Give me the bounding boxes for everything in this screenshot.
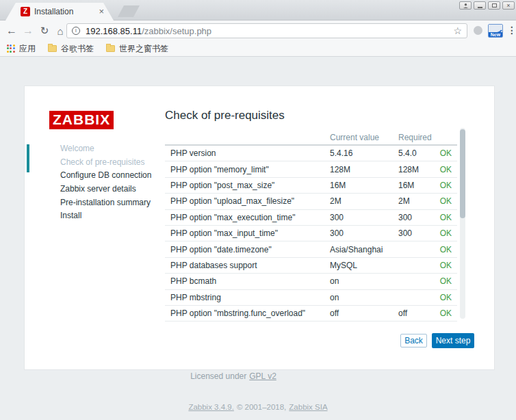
status-ok: OK bbox=[440, 245, 452, 254]
current-value: on bbox=[330, 293, 339, 302]
tab-title: Installation bbox=[34, 7, 94, 16]
prereq-name: PHP option "memory_limit" bbox=[170, 165, 269, 174]
back-button[interactable]: Back bbox=[400, 334, 427, 347]
apps-grid-icon bbox=[7, 44, 15, 53]
prereq-name: PHP mbstring bbox=[170, 293, 221, 302]
setup-step-pre-installation-summary: Pre-installation summary bbox=[60, 196, 151, 210]
prereq-name: PHP databases support bbox=[170, 261, 257, 270]
url-text: 192.168.85.11/zabbix/setup.php bbox=[86, 26, 211, 36]
zabbix-logo: ZABBIX bbox=[49, 111, 114, 129]
current-value: 16M bbox=[330, 181, 346, 190]
status-ok: OK bbox=[440, 213, 452, 222]
minimize-icon bbox=[478, 7, 482, 8]
prereq-name: PHP option "date.timezone" bbox=[170, 245, 272, 254]
current-value: MySQL bbox=[330, 261, 357, 270]
status-ok: OK bbox=[440, 148, 452, 158]
table-scrollbar[interactable] bbox=[460, 128, 465, 319]
setup-step-zabbix-server-details: Zabbix server details bbox=[60, 183, 151, 196]
new-extension-logo bbox=[489, 25, 502, 32]
prereq-name: PHP bcmath bbox=[170, 276, 216, 286]
required-value: 300 bbox=[398, 228, 412, 238]
required-value: 5.4.0 bbox=[398, 148, 417, 158]
bookmark-item[interactable]: 世界之窗书签 bbox=[106, 43, 168, 55]
setup-page: ZABBIX WelcomeCheck of pre-requisitesCon… bbox=[0, 57, 516, 420]
prereq-table: Current value Required PHP version5.4.16… bbox=[165, 131, 457, 321]
prereq-name: PHP option "max_execution_time" bbox=[170, 213, 295, 222]
browser-menu-icon[interactable]: ⋮ bbox=[507, 25, 516, 36]
required-value: 128M bbox=[398, 165, 419, 174]
new-tab-button[interactable] bbox=[118, 5, 140, 17]
minimize-button[interactable] bbox=[474, 1, 486, 10]
prereq-row: PHP option "memory_limit"128M128MOK bbox=[165, 161, 457, 177]
status-ok: OK bbox=[440, 261, 452, 270]
url-host: 192.168.85.11 bbox=[86, 26, 142, 36]
bookmarks-bar: 应用谷歌书签世界之窗书签 bbox=[0, 41, 516, 57]
prereq-row: PHP bcmathonOK bbox=[165, 274, 457, 289]
folder-icon bbox=[106, 45, 115, 52]
zabbix-favicon-icon: Z bbox=[21, 7, 30, 16]
prereq-name: PHP option "upload_max_filesize" bbox=[170, 196, 294, 206]
profile-button[interactable] bbox=[459, 1, 472, 10]
maximize-button[interactable] bbox=[488, 1, 500, 10]
folder-icon bbox=[48, 45, 57, 52]
zabbix-sia-link[interactable]: Zabbix SIA bbox=[289, 403, 327, 411]
prereq-row: PHP option "max_execution_time"300300OK bbox=[165, 210, 457, 226]
prereq-name: PHP option "mbstring.func_overload" bbox=[170, 309, 305, 318]
bookmark-item[interactable]: 谷歌书签 bbox=[48, 43, 94, 55]
close-window-button[interactable]: × bbox=[502, 1, 515, 10]
status-ok: OK bbox=[440, 293, 452, 302]
setup-card: ZABBIX WelcomeCheck of pre-requisitesCon… bbox=[25, 86, 494, 369]
window-controls: × bbox=[459, 1, 515, 10]
new-extension-icon[interactable]: New bbox=[488, 24, 503, 38]
prereq-row: PHP option "post_max_size"16M16MOK bbox=[165, 178, 457, 194]
required-value: 16M bbox=[398, 181, 414, 190]
prereq-name: PHP option "post_max_size" bbox=[170, 181, 274, 190]
col-required: Required bbox=[398, 133, 432, 142]
current-value: on bbox=[330, 276, 339, 286]
home-icon[interactable]: ⌂ bbox=[53, 21, 68, 41]
close-icon: × bbox=[506, 2, 510, 9]
browser-tab[interactable]: Z Installation × bbox=[5, 3, 114, 21]
forward-icon[interactable]: → bbox=[21, 21, 36, 41]
gpl-link[interactable]: GPL v2 bbox=[249, 371, 276, 381]
browser-titlebar: Z Installation × × bbox=[0, 0, 516, 21]
status-ok: OK bbox=[440, 228, 452, 238]
bookmark-star-icon[interactable]: ☆ bbox=[453, 25, 462, 36]
address-bar[interactable]: i 192.168.85.11/zabbix/setup.php ☆ bbox=[66, 23, 467, 38]
prereq-row: PHP option "mbstring.func_overload"offof… bbox=[165, 306, 457, 321]
prereq-table-body: PHP version5.4.165.4.0OKPHP option "memo… bbox=[165, 146, 457, 321]
back-icon[interactable]: ← bbox=[4, 21, 19, 41]
current-value: 300 bbox=[330, 228, 344, 238]
setup-step-configure-db-connection: Configure DB connection bbox=[60, 169, 151, 183]
status-ok: OK bbox=[440, 181, 452, 190]
status-ok: OK bbox=[440, 276, 452, 286]
reload-icon[interactable]: ↻ bbox=[37, 21, 52, 41]
prereq-name: PHP version bbox=[170, 148, 216, 158]
license-line: Licensed underGPL v2 bbox=[0, 371, 491, 381]
version-footer: Zabbix 3.4.9.© 2001–2018,Zabbix SIA bbox=[0, 403, 516, 411]
status-ok: OK bbox=[440, 309, 452, 318]
zabbix-version-link[interactable]: Zabbix 3.4.9. bbox=[188, 403, 233, 411]
prereq-name: PHP option "max_input_time" bbox=[170, 228, 278, 238]
current-value: off bbox=[330, 309, 339, 318]
maximize-icon bbox=[492, 3, 497, 8]
bookmark-item[interactable]: 应用 bbox=[7, 43, 36, 55]
page-title: Check of pre-requisites bbox=[165, 109, 285, 122]
col-current-value: Current value bbox=[330, 133, 379, 142]
url-path: /zabbix/setup.php bbox=[142, 26, 211, 36]
extension-icon[interactable] bbox=[474, 26, 482, 35]
page-info-icon[interactable]: i bbox=[72, 27, 80, 35]
setup-step-install: Install bbox=[60, 209, 151, 223]
tab-close-icon[interactable]: × bbox=[99, 7, 104, 16]
required-value: 2M bbox=[398, 196, 410, 206]
next-step-button[interactable]: Next step bbox=[432, 333, 474, 348]
required-value: 300 bbox=[398, 213, 412, 222]
license-text: Licensed under bbox=[190, 371, 246, 381]
prereq-row: PHP option "date.timezone"Asia/ShanghaiO… bbox=[165, 241, 457, 257]
prereq-row: PHP option "upload_max_filesize"2M2MOK bbox=[165, 194, 457, 209]
table-scrollbar-thumb[interactable] bbox=[460, 129, 465, 218]
setup-step-welcome: Welcome bbox=[60, 142, 151, 156]
required-value: off bbox=[398, 309, 407, 318]
current-value: 2M bbox=[330, 196, 341, 206]
bookmark-label: 应用 bbox=[19, 43, 36, 55]
